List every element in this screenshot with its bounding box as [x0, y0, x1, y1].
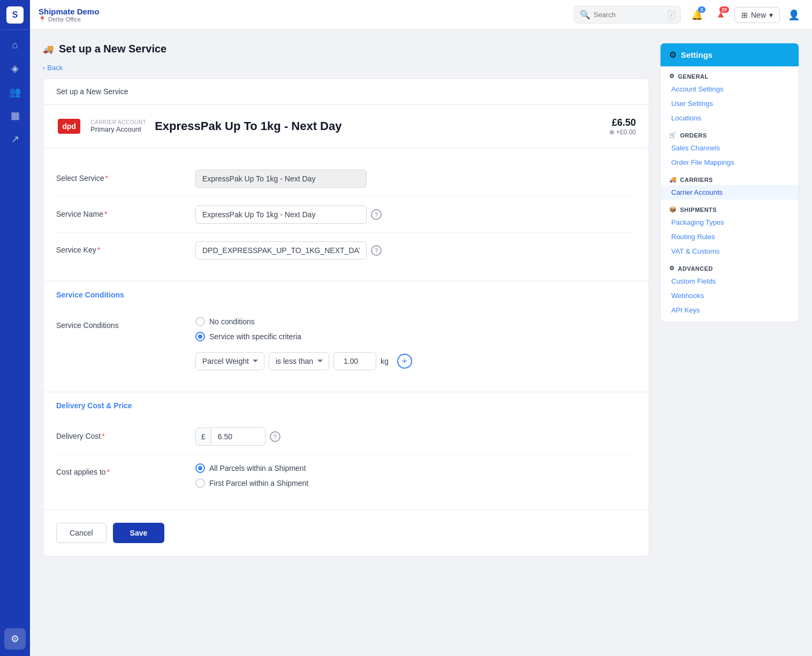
- service-name-input[interactable]: [195, 205, 367, 224]
- service-name-label: Service Name*: [56, 205, 195, 218]
- main-wrapper: Shipmate Demo 📍 Derby Office 🔍 / 🔔 3 🔺 2…: [30, 0, 812, 656]
- price-info: £6.50 ⊕ +£0.00: [609, 117, 636, 136]
- all-parcels-option[interactable]: All Parcels within a Shipment: [195, 463, 308, 473]
- nav-item-shipments[interactable]: ◈: [4, 58, 26, 79]
- no-conditions-label: No conditions: [209, 317, 255, 326]
- sidebar-item-api-keys[interactable]: API Keys: [661, 303, 799, 317]
- service-key-input[interactable]: [195, 241, 367, 260]
- conditions-control: No conditions Service with specific crit…: [195, 317, 636, 370]
- header-brand: Shipmate Demo 📍 Derby Office: [39, 7, 99, 23]
- no-conditions-radio[interactable]: [195, 317, 205, 326]
- nav-item-settings[interactable]: ⚙: [4, 628, 26, 650]
- profile-button[interactable]: 👤: [784, 5, 803, 25]
- service-key-help-icon[interactable]: ?: [371, 245, 382, 256]
- select-service-control: ExpressPak Up To 1kg - Next Day: [195, 170, 636, 188]
- nav-item-analytics[interactable]: ↗: [4, 128, 26, 150]
- select-service-dropdown[interactable]: ExpressPak Up To 1kg - Next Day: [195, 170, 367, 188]
- service-setup-card: Set up a New Service dpd CARRIER ACCOUNT…: [43, 78, 649, 556]
- settings-sidebar-card: ⚙ Settings ⚙ GENERAL Account Settings Us…: [660, 43, 799, 322]
- app-logo[interactable]: S: [0, 0, 30, 30]
- conditions-section-title: Service Conditions: [56, 291, 124, 299]
- price-main: £6.50: [609, 117, 636, 128]
- conditions-criteria-row: Parcel Weight is less than kg +: [195, 352, 412, 370]
- orders-icon: 🛒: [669, 132, 677, 139]
- carrier-label: CARRIER ACCOUNT: [90, 119, 146, 125]
- conditions-form-section: Service Conditions No conditions S: [43, 304, 649, 392]
- select-service-row: Select Service* ExpressPak Up To 1kg - N…: [56, 161, 636, 197]
- condition-field-select[interactable]: Parcel Weight: [195, 352, 264, 370]
- sidebar-header: ⚙ Settings: [661, 43, 799, 66]
- carrier-account-name: Primary Account: [90, 125, 146, 133]
- select-service-label: Select Service*: [56, 170, 195, 182]
- header-icons: 🔔 3 🔺 29 ⊞ New ▾ 👤: [687, 5, 803, 25]
- dpd-logo: dpd: [56, 113, 82, 139]
- add-condition-button[interactable]: +: [397, 354, 412, 369]
- nav-item-barcode[interactable]: ▦: [4, 105, 26, 126]
- service-summary: dpd CARRIER ACCOUNT Primary Account Expr…: [43, 105, 649, 148]
- delivery-cost-help-icon[interactable]: ?: [270, 431, 280, 442]
- carriers-icon: 🚚: [669, 176, 677, 183]
- conditions-row: Service Conditions No conditions S: [56, 308, 636, 379]
- sidebar-item-order-file-mappings[interactable]: Order File Mappings: [661, 155, 799, 170]
- no-conditions-option[interactable]: No conditions: [195, 317, 301, 326]
- nav-item-home[interactable]: ⌂: [4, 34, 26, 56]
- notifications-badge: 3: [698, 6, 705, 13]
- sidebar-item-vat-customs[interactable]: VAT & Customs: [661, 244, 799, 258]
- conditions-label: Service Conditions: [56, 317, 195, 330]
- specific-criteria-option[interactable]: Service with specific criteria: [195, 332, 301, 341]
- sidebar-item-custom-fields[interactable]: Custom Fields: [661, 274, 799, 288]
- sidebar-header-title: Settings: [681, 50, 712, 59]
- nav-item-users[interactable]: 👥: [4, 81, 26, 103]
- sidebar-item-routing-rules[interactable]: Routing Rules: [661, 230, 799, 244]
- new-icon: ⊞: [741, 11, 748, 19]
- conditions-radio-group: No conditions Service with specific crit…: [195, 317, 301, 341]
- all-parcels-radio[interactable]: [195, 463, 205, 473]
- card-header: Set up a New Service: [43, 79, 649, 105]
- content-area: 🚚 Set up a New Service ‹ Back Set up a N…: [30, 30, 812, 656]
- sidebar-section-orders: 🛒 ORDERS: [661, 125, 799, 141]
- cost-applies-radio-group: All Parcels within a Shipment First Parc…: [195, 463, 308, 488]
- specific-criteria-radio[interactable]: [195, 332, 205, 341]
- price-delta: ⊕ +£0.00: [609, 128, 636, 136]
- service-key-row: Service Key* ?: [56, 233, 636, 268]
- brand-sub: 📍 Derby Office: [39, 16, 99, 23]
- sidebar-item-user-settings[interactable]: User Settings: [661, 96, 799, 111]
- service-name-display: ExpressPak Up To 1kg - Next Day: [155, 119, 600, 133]
- first-parcel-label: First Parcel within a Shipment: [209, 479, 308, 487]
- first-parcel-radio[interactable]: [195, 478, 205, 488]
- page-header: 🚚 Set up a New Service: [43, 43, 649, 55]
- new-button[interactable]: ⊞ New ▾: [734, 7, 780, 23]
- search-input[interactable]: [594, 11, 665, 19]
- sidebar-section-advanced: ⚙ ADVANCED: [661, 258, 799, 274]
- sidebar-item-webhooks[interactable]: Webhooks: [661, 288, 799, 303]
- header: Shipmate Demo 📍 Derby Office 🔍 / 🔔 3 🔺 2…: [30, 0, 812, 30]
- sidebar-item-locations[interactable]: Locations: [661, 111, 799, 125]
- location-icon: 📍: [39, 16, 46, 23]
- first-parcel-option[interactable]: First Parcel within a Shipment: [195, 478, 308, 488]
- cost-applies-control: All Parcels within a Shipment First Parc…: [195, 463, 636, 488]
- dpd-brand: dpd: [58, 119, 80, 134]
- delivery-cost-input[interactable]: [211, 428, 265, 445]
- delivery-cost-control: £ ?: [195, 428, 636, 446]
- service-name-control: ?: [195, 205, 636, 224]
- condition-unit-label: kg: [381, 357, 389, 365]
- save-button[interactable]: Save: [113, 523, 165, 543]
- delivery-section-title: Delivery Cost & Price: [56, 401, 132, 410]
- condition-value-input[interactable]: [333, 352, 376, 370]
- updates-button[interactable]: 🔺 29: [711, 5, 730, 25]
- service-name-help-icon[interactable]: ?: [371, 209, 382, 220]
- sidebar-item-carrier-accounts[interactable]: Carrier Accounts: [661, 185, 799, 200]
- shipments-icon: 📦: [669, 206, 677, 213]
- condition-operator-select[interactable]: is less than: [269, 352, 329, 370]
- sidebar-item-packaging-types[interactable]: Packaging Types: [661, 215, 799, 230]
- cancel-button[interactable]: Cancel: [56, 523, 107, 543]
- logo-mark: S: [6, 6, 24, 24]
- notifications-button[interactable]: 🔔 3: [687, 5, 707, 25]
- sidebar-section-carriers: 🚚 CARRIERS: [661, 170, 799, 185]
- service-key-label: Service Key*: [56, 241, 195, 254]
- sidebar-section-general: ⚙ GENERAL: [661, 66, 799, 82]
- search-box[interactable]: 🔍 /: [574, 6, 681, 24]
- sidebar-item-account-settings[interactable]: Account Settings: [661, 82, 799, 96]
- sidebar-item-sales-channels[interactable]: Sales Channels: [661, 141, 799, 155]
- back-link[interactable]: ‹ Back: [43, 64, 649, 72]
